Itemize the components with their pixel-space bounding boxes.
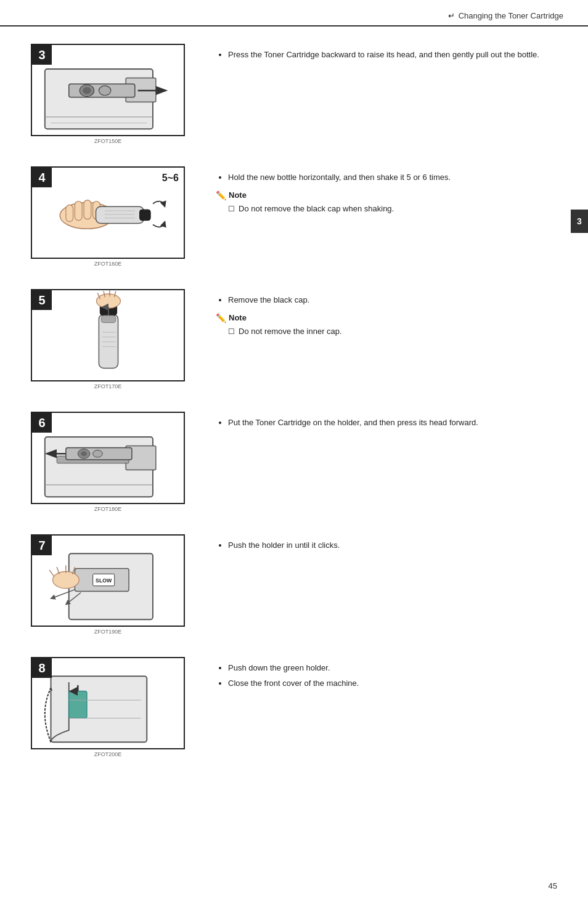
step-8-bullet-1: Close the front cover of the machine. [228,677,551,690]
step-5-caption: ZFOT170E [94,383,122,389]
svg-rect-52 [51,676,147,742]
step-4-image: 4 5~6 [18,166,197,267]
step-3-caption: ZFOT150E [94,138,122,144]
step-8-svg [32,658,184,748]
step-4-box: 4 5~6 [31,166,185,259]
svg-rect-14 [96,206,144,223]
step-7-svg: SLOW [32,536,184,626]
step-4-row: 4 5~6 [0,155,588,278]
step-3-bullet-0: Press the Toner Cartridge backward to ra… [228,49,551,62]
step-5-note-item-0: Do not remove the inner cap. [228,325,551,338]
step-3-svg [32,45,184,135]
svg-point-37 [81,451,87,456]
step-4-num: 4 [32,168,52,187]
step-6-num: 6 [32,413,52,433]
step-4-text: Hold the new bottle horizontally, and th… [216,166,557,218]
step-3-image: 3 [18,44,197,144]
header-title: Changing the Toner Cartridge [459,11,563,20]
step-3-box: 3 [31,44,185,136]
step-8-row: 8 [0,646,588,768]
svg-point-45 [52,571,79,588]
step-7-text: Push the holder in until it clicks. [216,534,557,555]
svg-rect-10 [66,205,73,221]
svg-point-21 [97,294,121,308]
page-number: 45 [549,881,557,891]
step-6-caption: ZFOT180E [94,506,122,512]
step-3-text: Press the Toner Cartridge backward to ra… [216,44,557,64]
svg-line-46 [50,570,54,576]
step-5-svg [32,290,184,380]
chapter-tab: 3 [571,210,588,233]
svg-point-38 [93,450,103,457]
step-8-box: 8 [31,657,185,749]
svg-rect-53 [69,691,87,719]
step-4-bullet-0: Hold the new bottle horizontally, and th… [228,171,551,184]
chapter-number: 3 [577,216,582,226]
step-5-box: 5 [31,289,185,381]
svg-point-4 [83,87,91,94]
step-5-image: 5 [18,289,197,389]
step-6-svg [32,413,184,503]
page-footer: 45 [549,881,557,891]
step-8-caption: ZFOT200E [94,751,122,757]
step-6-bullet-0: Put the Toner Cartridge on the holder, a… [228,417,551,430]
note-icon: ✏️ [216,190,226,200]
step-6-image: 6 [18,412,197,512]
note-icon-5: ✏️ [216,313,226,323]
step-7-num: 7 [32,536,52,555]
svg-text:SLOW: SLOW [96,577,112,584]
step-4-note-title: ✏️ Note [216,190,551,200]
step-7-row: 7 SLOW [0,523,588,646]
step-7-bullet-0: Push the holder in until it clicks. [228,539,551,552]
step-5-row: 5 [0,278,588,401]
main-content: 3 [0,33,588,768]
step-8-num: 8 [32,658,52,678]
header-icon: ↵ [448,11,455,20]
svg-rect-12 [84,200,91,219]
step-8-image: 8 [18,657,197,757]
step-3-num: 3 [32,45,52,65]
step-5-num: 5 [32,290,52,310]
svg-rect-15 [140,210,151,221]
step-5-text: Remove the black cap. ✏️ Note Do not rem… [216,289,557,341]
step-4-note-item-0: Do not remove the black cap when shaking… [228,203,551,216]
step-8-bullet-0: Push down the green holder. [228,662,551,675]
step-5-note: ✏️ Note Do not remove the inner cap. [216,313,551,338]
step-4-label: 5~6 [162,173,179,184]
step-4-note: ✏️ Note Do not remove the black cap when… [216,190,551,216]
step-3-row: 3 [0,33,588,155]
step-6-text: Put the Toner Cartridge on the holder, a… [216,412,557,432]
step-7-caption: ZFOT190E [94,629,122,635]
step-5-bullet-0: Remove the black cap. [228,294,551,307]
step-5-note-title: ✏️ Note [216,313,551,323]
step-7-image: 7 SLOW [18,534,197,635]
step-4-caption: ZFOT160E [94,261,122,267]
svg-rect-11 [75,202,82,221]
step-4-svg [32,168,184,258]
svg-rect-27 [101,316,115,323]
page-header: ↵ Changing the Toner Cartridge [0,0,588,26]
step-6-row: 6 [0,401,588,523]
step-7-box: 7 SLOW [31,534,185,627]
svg-point-5 [99,86,110,96]
step-6-box: 6 [31,412,185,504]
step-8-text: Push down the green holder. Close the fr… [216,657,557,693]
